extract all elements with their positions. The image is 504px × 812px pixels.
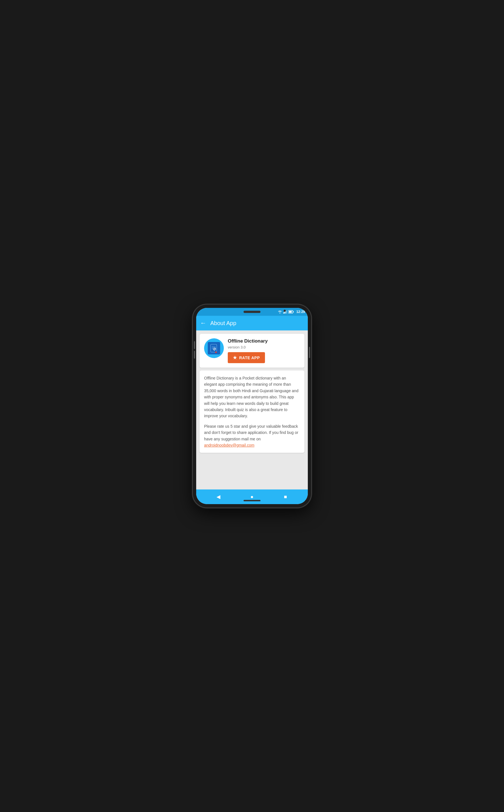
phone-frame: 12:29 ← About App	[193, 305, 311, 507]
svg-marker-15	[215, 352, 217, 353]
star-icon: ★	[233, 355, 237, 360]
svg-rect-1	[284, 312, 285, 314]
content-area: Offline Dictionary version 3.0 ★ RATE AP…	[196, 330, 308, 489]
svg-rect-6	[293, 311, 294, 312]
app-bar-title: About App	[210, 320, 236, 326]
power-button	[309, 347, 310, 358]
app-info-card: Offline Dictionary version 3.0 ★ RATE AP…	[200, 334, 304, 368]
rate-app-button[interactable]: ★ RATE APP	[228, 352, 265, 363]
back-button[interactable]: ←	[200, 320, 206, 326]
svg-rect-5	[289, 311, 292, 313]
description-card: Offline Dictionary is a Pocket dictionar…	[200, 370, 304, 453]
svg-rect-3	[287, 310, 287, 314]
battery-icon	[288, 310, 294, 314]
app-name: Offline Dictionary	[228, 338, 300, 344]
recent-nav-button[interactable]: ■	[280, 491, 291, 502]
wifi-icon	[278, 310, 282, 314]
vol-up	[194, 341, 195, 349]
app-bar: ← About App	[196, 316, 308, 330]
status-time: 12:29	[296, 310, 305, 314]
phone-camera	[284, 310, 286, 312]
description-paragraph-2-text: Please rate us 5 star and give your valu…	[204, 424, 298, 441]
svg-rect-0	[283, 312, 284, 314]
vol-down	[194, 351, 195, 359]
app-icon	[208, 342, 220, 354]
description-paragraph-2: Please rate us 5 star and give your valu…	[204, 423, 300, 449]
phone-bottom-bar	[244, 500, 260, 501]
svg-rect-2	[286, 311, 286, 314]
app-details: Offline Dictionary version 3.0 ★ RATE AP…	[228, 338, 300, 363]
rate-app-label: RATE APP	[239, 356, 260, 360]
back-nav-button[interactable]: ◀	[213, 491, 224, 502]
volume-buttons	[194, 341, 195, 359]
phone-screen: 12:29 ← About App	[196, 308, 308, 504]
book-search-icon	[209, 343, 219, 353]
phone-speaker	[244, 311, 260, 313]
bottom-nav: ◀ ● ■	[196, 489, 308, 504]
status-icons: 12:29	[278, 310, 305, 314]
email-link[interactable]: androidnoobdev@gmail.com	[204, 443, 254, 447]
app-version: version 3.0	[228, 345, 300, 349]
app-icon-container	[204, 338, 224, 358]
description-paragraph-1: Offline Dictionary is a Pocket dictionar…	[204, 375, 300, 419]
